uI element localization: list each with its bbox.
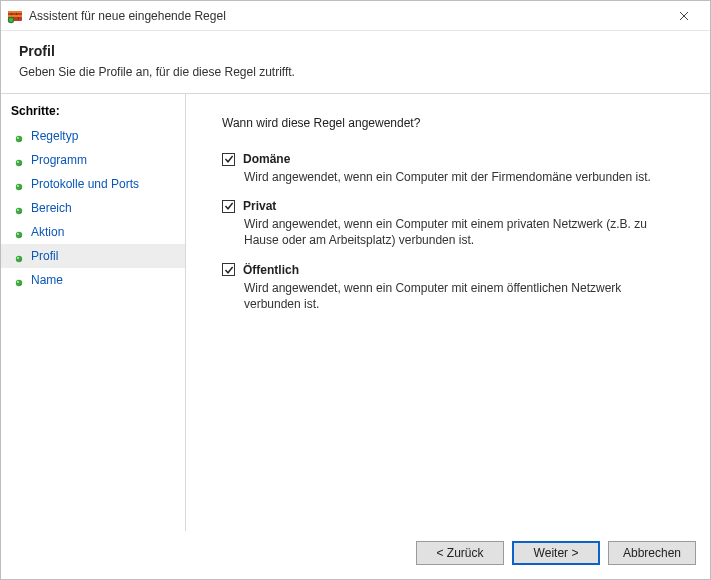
sidebar-title: Schritte:: [1, 100, 185, 124]
sidebar-step-label: Programm: [31, 153, 87, 167]
svg-point-14: [17, 161, 19, 163]
sidebar-step-label: Name: [31, 273, 63, 287]
svg-rect-1: [8, 11, 22, 13]
cancel-button[interactable]: Abbrechen: [608, 541, 696, 565]
sidebar-step-label: Profil: [31, 249, 58, 263]
profile-checkbox[interactable]: [222, 200, 235, 213]
wizard-body: Schritte: RegeltypProgrammProtokolle und…: [1, 94, 710, 531]
sidebar-step[interactable]: Regeltyp: [1, 124, 185, 148]
profile-name: Öffentlich: [243, 263, 299, 277]
sidebar: Schritte: RegeltypProgrammProtokolle und…: [1, 94, 186, 531]
svg-point-13: [16, 160, 22, 166]
bullet-icon: [15, 276, 23, 284]
wizard-footer: < Zurück Weiter > Abbrechen: [1, 531, 710, 579]
bullet-icon: [15, 132, 23, 140]
page-title: Profil: [19, 43, 692, 59]
close-button[interactable]: [664, 2, 704, 30]
sidebar-step[interactable]: Profil: [1, 244, 185, 268]
sidebar-step[interactable]: Protokolle und Ports: [1, 172, 185, 196]
wizard-window: Assistent für neue eingehende Regel Prof…: [0, 0, 711, 580]
svg-point-22: [17, 257, 19, 259]
sidebar-step[interactable]: Bereich: [1, 196, 185, 220]
sidebar-step-label: Aktion: [31, 225, 64, 239]
sidebar-step-label: Bereich: [31, 201, 72, 215]
profile-checkbox[interactable]: [222, 153, 235, 166]
check-icon: [224, 154, 234, 164]
profile-desc: Wird angewendet, wenn ein Computer mit e…: [244, 280, 674, 312]
svg-point-23: [16, 280, 22, 286]
sidebar-step[interactable]: Name: [1, 268, 185, 292]
svg-point-12: [17, 137, 19, 139]
bullet-icon: [15, 204, 23, 212]
svg-point-15: [16, 184, 22, 190]
profile-head: Öffentlich: [222, 263, 682, 277]
svg-rect-6: [18, 17, 19, 19]
firewall-icon: [7, 8, 23, 24]
svg-point-11: [16, 136, 22, 142]
back-button[interactable]: < Zurück: [416, 541, 504, 565]
question-text: Wann wird diese Regel angewendet?: [222, 116, 682, 130]
sidebar-step[interactable]: Aktion: [1, 220, 185, 244]
bullet-icon: [15, 180, 23, 188]
bullet-icon: [15, 156, 23, 164]
profile-desc: Wird angewendet, wenn ein Computer mit e…: [244, 216, 674, 248]
bullet-icon: [15, 252, 23, 260]
svg-point-18: [17, 209, 19, 211]
svg-point-20: [17, 233, 19, 235]
profile-head: Privat: [222, 199, 682, 213]
profile-name: Domäne: [243, 152, 290, 166]
check-icon: [224, 201, 234, 211]
svg-rect-3: [11, 13, 12, 15]
svg-point-16: [17, 185, 19, 187]
svg-rect-2: [8, 15, 22, 17]
bullet-icon: [15, 228, 23, 236]
content-pane: Wann wird diese Regel angewendet? Domäne…: [186, 94, 710, 531]
profile-desc: Wird angewendet, wenn ein Computer mit d…: [244, 169, 674, 185]
wizard-header: Profil Geben Sie die Profile an, für die…: [1, 31, 710, 94]
window-title: Assistent für neue eingehende Regel: [29, 9, 664, 23]
profile-item: DomäneWird angewendet, wenn ein Computer…: [222, 152, 682, 185]
svg-point-8: [9, 18, 13, 22]
svg-point-17: [16, 208, 22, 214]
sidebar-step-label: Protokolle und Ports: [31, 177, 139, 191]
svg-rect-4: [16, 13, 17, 15]
sidebar-step[interactable]: Programm: [1, 148, 185, 172]
profile-name: Privat: [243, 199, 276, 213]
sidebar-step-label: Regeltyp: [31, 129, 78, 143]
svg-point-21: [16, 256, 22, 262]
profile-checkbox[interactable]: [222, 263, 235, 276]
svg-point-19: [16, 232, 22, 238]
svg-point-24: [17, 281, 19, 283]
check-icon: [224, 265, 234, 275]
titlebar: Assistent für neue eingehende Regel: [1, 1, 710, 31]
profile-item: PrivatWird angewendet, wenn ein Computer…: [222, 199, 682, 248]
close-icon: [679, 11, 689, 21]
profile-item: ÖffentlichWird angewendet, wenn ein Comp…: [222, 263, 682, 312]
next-button[interactable]: Weiter >: [512, 541, 600, 565]
page-subtitle: Geben Sie die Profile an, für die diese …: [19, 65, 692, 79]
profile-head: Domäne: [222, 152, 682, 166]
